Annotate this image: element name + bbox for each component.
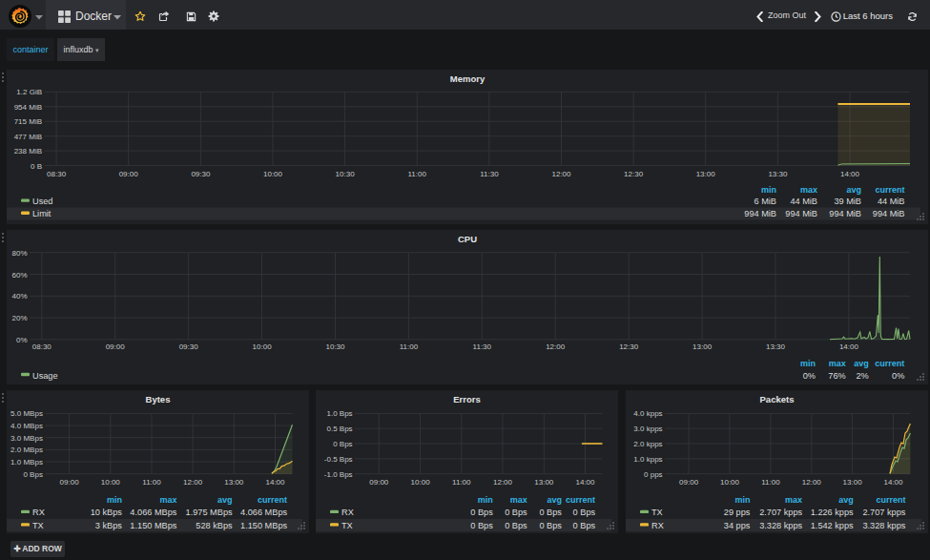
svg-text:0%: 0% xyxy=(892,371,904,381)
svg-text:0 Bps: 0 Bps xyxy=(505,521,527,530)
svg-text:76%: 76% xyxy=(828,371,845,381)
svg-text:10:00: 10:00 xyxy=(253,342,273,351)
svg-text:Memory: Memory xyxy=(450,73,486,84)
svg-text:14:00: 14:00 xyxy=(883,478,903,487)
svg-text:10 kBps: 10 kBps xyxy=(91,508,123,517)
svg-text:10:00: 10:00 xyxy=(411,478,431,487)
svg-text:TX: TX xyxy=(32,521,44,530)
svg-text:12:00: 12:00 xyxy=(546,342,566,351)
svg-text:14:00: 14:00 xyxy=(575,478,595,487)
svg-text:13:30: 13:30 xyxy=(768,170,788,178)
svg-text:min: min xyxy=(761,185,776,195)
svg-text:09:00: 09:00 xyxy=(60,478,80,487)
svg-text:4.0 MBps: 4.0 MBps xyxy=(10,422,43,430)
svg-text:4.066 MBps: 4.066 MBps xyxy=(130,508,176,517)
svg-text:994 MiB: 994 MiB xyxy=(873,209,905,218)
svg-text:3 kBps: 3 kBps xyxy=(95,521,122,530)
svg-text:avg: avg xyxy=(547,495,562,505)
svg-text:TX: TX xyxy=(341,521,353,530)
svg-text:0%: 0% xyxy=(16,336,28,344)
svg-text:1.0 Bps: 1.0 Bps xyxy=(326,409,352,418)
svg-text:14:00: 14:00 xyxy=(839,342,859,351)
svg-text:0 Bps: 0 Bps xyxy=(333,440,352,448)
svg-text:994 MiB: 994 MiB xyxy=(785,209,817,218)
svg-text:3.0 MBps: 3.0 MBps xyxy=(10,434,43,443)
svg-text:4.0 kpps: 4.0 kpps xyxy=(633,409,662,418)
svg-text:477 MiB: 477 MiB xyxy=(14,133,42,141)
svg-text:39 MiB: 39 MiB xyxy=(834,197,861,206)
svg-text:238 MiB: 238 MiB xyxy=(14,147,42,156)
svg-text:avg: avg xyxy=(854,359,869,368)
svg-text:11:00: 11:00 xyxy=(407,170,426,178)
svg-text:10:00: 10:00 xyxy=(720,478,740,487)
svg-text:0 Bps: 0 Bps xyxy=(573,508,596,517)
svg-text:max: max xyxy=(829,359,846,368)
svg-text:current: current xyxy=(875,185,904,195)
svg-text:0 Bps: 0 Bps xyxy=(539,521,562,530)
svg-text:528 kBps: 528 kBps xyxy=(196,521,233,530)
svg-text:Usage: Usage xyxy=(32,371,58,381)
svg-text:09:00: 09:00 xyxy=(679,478,699,487)
svg-text:12:30: 12:30 xyxy=(624,170,644,178)
svg-text:20%: 20% xyxy=(11,314,27,322)
svg-text:13:00: 13:00 xyxy=(843,478,863,487)
svg-text:0 Bps: 0 Bps xyxy=(573,521,596,530)
svg-text:min: min xyxy=(478,495,493,505)
svg-text:current: current xyxy=(876,495,905,505)
svg-text:09:00: 09:00 xyxy=(369,478,389,487)
svg-text:0 Bps: 0 Bps xyxy=(470,508,493,517)
svg-text:current: current xyxy=(566,495,595,505)
svg-text:2.707 kpps: 2.707 kpps xyxy=(759,508,802,517)
svg-text:avg: avg xyxy=(838,495,854,505)
svg-text:0 Bps: 0 Bps xyxy=(505,508,527,517)
svg-text:11:00: 11:00 xyxy=(761,478,780,487)
svg-text:954 MiB: 954 MiB xyxy=(14,103,42,112)
svg-text:current: current xyxy=(258,495,287,505)
svg-text:11:00: 11:00 xyxy=(452,478,471,487)
svg-text:12:00: 12:00 xyxy=(551,170,571,178)
svg-text:Errors: Errors xyxy=(453,394,481,404)
svg-text:2.707 kpps: 2.707 kpps xyxy=(862,508,905,517)
svg-text:0 Bps: 0 Bps xyxy=(23,470,42,479)
svg-text:6 MiB: 6 MiB xyxy=(754,197,777,206)
svg-text:12:30: 12:30 xyxy=(619,342,639,351)
svg-text:44 MiB: 44 MiB xyxy=(878,197,905,206)
svg-text:13:00: 13:00 xyxy=(692,342,713,351)
svg-text:CPU: CPU xyxy=(458,234,477,244)
svg-text:14:00: 14:00 xyxy=(840,170,860,178)
svg-text:-0.5 Bps: -0.5 Bps xyxy=(324,455,353,464)
svg-text:0 B: 0 B xyxy=(31,162,42,171)
svg-text:12:00: 12:00 xyxy=(183,478,203,487)
svg-text:2%: 2% xyxy=(856,371,868,381)
svg-text:5.0 MBps: 5.0 MBps xyxy=(10,409,43,418)
svg-text:1.0 MBps: 1.0 MBps xyxy=(10,458,43,467)
svg-text:Packets: Packets xyxy=(760,394,795,404)
svg-text:11:00: 11:00 xyxy=(142,478,161,487)
svg-text:11:00: 11:00 xyxy=(400,342,419,351)
svg-text:min: min xyxy=(107,495,122,505)
svg-text:current: current xyxy=(875,359,904,368)
svg-text:10:30: 10:30 xyxy=(325,342,345,351)
svg-text:1.0 kpps: 1.0 kpps xyxy=(633,455,662,464)
svg-text:max: max xyxy=(159,495,176,505)
svg-text:44 MiB: 44 MiB xyxy=(790,197,817,206)
svg-text:60%: 60% xyxy=(11,271,27,280)
svg-text:29 pps: 29 pps xyxy=(724,508,751,517)
svg-text:08:30: 08:30 xyxy=(32,342,52,351)
svg-text:RX: RX xyxy=(32,508,45,517)
svg-text:min: min xyxy=(734,495,750,505)
svg-text:1.975 MBps: 1.975 MBps xyxy=(186,508,233,517)
svg-text:1.2 GiB: 1.2 GiB xyxy=(16,88,42,96)
svg-text:max: max xyxy=(800,185,817,195)
svg-text:09:00: 09:00 xyxy=(106,342,126,351)
svg-text:715 MiB: 715 MiB xyxy=(14,117,42,126)
svg-text:10:30: 10:30 xyxy=(336,170,356,178)
svg-text:0%: 0% xyxy=(803,371,816,381)
svg-text:11:30: 11:30 xyxy=(473,342,492,351)
svg-text:994 MiB: 994 MiB xyxy=(744,209,776,218)
svg-text:08:30: 08:30 xyxy=(47,170,67,178)
svg-text:0 Bps: 0 Bps xyxy=(539,508,562,517)
svg-text:09:30: 09:30 xyxy=(191,170,211,178)
svg-text:avg: avg xyxy=(217,495,233,505)
svg-text:1.226 kpps: 1.226 kpps xyxy=(811,508,854,517)
